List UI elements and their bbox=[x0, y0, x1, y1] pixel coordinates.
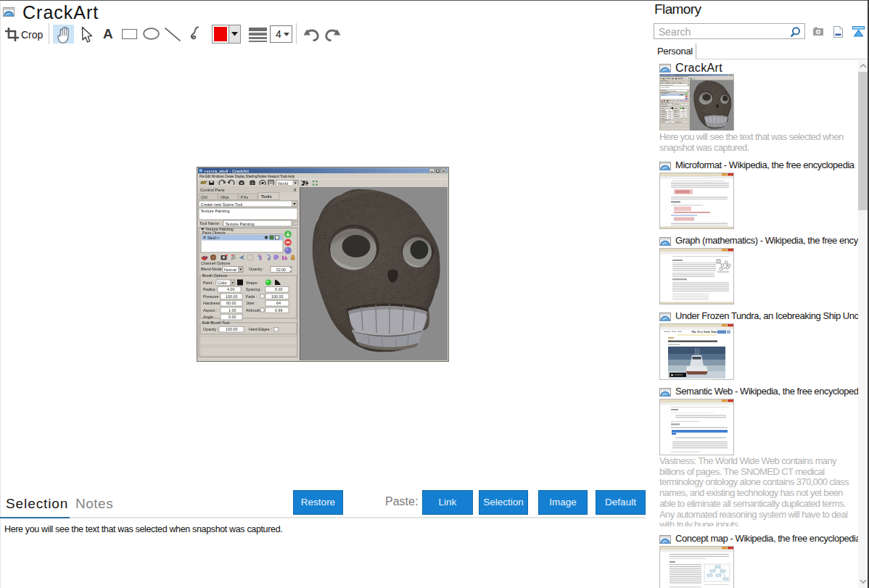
svg-text:The New York Times: The New York Times bbox=[691, 330, 719, 334]
